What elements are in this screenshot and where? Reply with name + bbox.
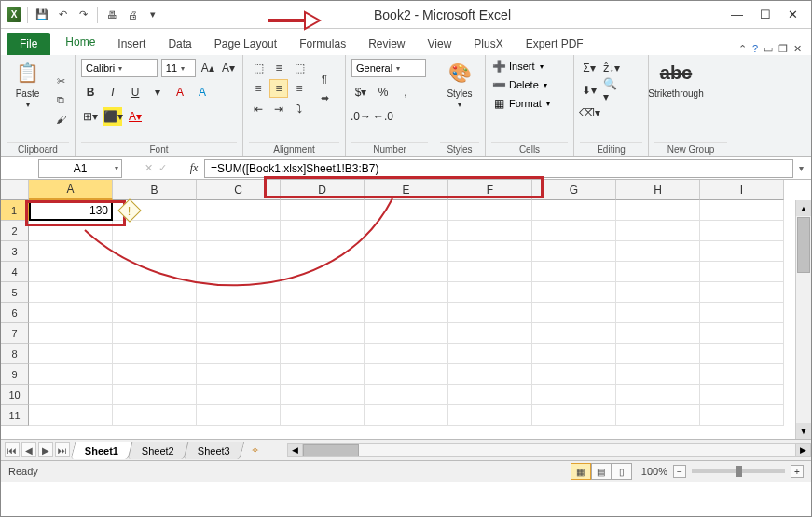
align-right-icon[interactable]: ≡: [290, 79, 309, 98]
align-bottom-icon[interactable]: ⬚: [290, 59, 309, 77]
cell-G8[interactable]: [532, 344, 616, 364]
formula-input[interactable]: =SUM([Book1.xlsx]Sheet1!B3:B7): [204, 159, 793, 178]
cell-G9[interactable]: [532, 364, 616, 385]
format-cells-button[interactable]: ▦Format▾: [491, 96, 550, 111]
zoom-slider[interactable]: [692, 469, 785, 473]
fill-color-button[interactable]: ⬛▾: [103, 107, 122, 126]
column-header-I[interactable]: I: [700, 180, 784, 200]
align-center-icon[interactable]: ≡: [269, 79, 288, 98]
accounting-format-icon[interactable]: $▾: [351, 83, 370, 102]
help-icon[interactable]: ?: [752, 43, 758, 55]
autosum-icon[interactable]: Σ▾: [580, 59, 599, 77]
vertical-scrollbar[interactable]: ▲ ▼: [795, 200, 811, 439]
row-header-5[interactable]: 5: [1, 282, 29, 303]
font-increase-icon[interactable]: A: [171, 83, 189, 102]
minimize-button[interactable]: —: [731, 7, 743, 21]
cell-C6[interactable]: [197, 303, 281, 323]
cell-B1[interactable]: [113, 200, 197, 221]
cell-A7[interactable]: [29, 323, 113, 344]
undo-icon[interactable]: ↶: [54, 7, 71, 23]
paste-button[interactable]: 📋 Paste ▾: [7, 59, 48, 142]
row-header-1[interactable]: 1: [1, 200, 29, 221]
cell-H1[interactable]: [616, 200, 700, 221]
scroll-left-icon[interactable]: ◀: [287, 443, 303, 457]
align-left-icon[interactable]: ≡: [249, 79, 268, 98]
zoom-level[interactable]: 100%: [641, 466, 667, 477]
font-size-combo[interactable]: 11▾: [161, 59, 196, 77]
bold-button[interactable]: B: [81, 83, 100, 102]
format-painter-icon[interactable]: 🖌: [52, 113, 69, 126]
cell-A8[interactable]: [29, 344, 113, 364]
save-icon[interactable]: 💾: [34, 7, 50, 23]
tab-insert[interactable]: Insert: [106, 33, 157, 55]
name-box[interactable]: A1▾: [38, 159, 122, 178]
qat-more-icon[interactable]: ▾: [145, 7, 161, 23]
increase-decimal-icon[interactable]: .0→: [351, 107, 370, 126]
ribbon-display-icon[interactable]: ▭: [764, 43, 773, 55]
page-layout-view-icon[interactable]: ▤: [591, 463, 612, 480]
cell-D4[interactable]: [281, 262, 365, 282]
row-header-8[interactable]: 8: [1, 344, 29, 364]
cell-C2[interactable]: [197, 221, 281, 241]
cell-D3[interactable]: [281, 241, 365, 262]
font-name-combo[interactable]: Calibri▾: [81, 59, 158, 77]
decrease-indent-icon[interactable]: ⇤: [249, 100, 268, 118]
merge-center-icon[interactable]: ⬌: [316, 91, 333, 104]
cell-B8[interactable]: [113, 344, 197, 364]
cell-E3[interactable]: [365, 241, 448, 262]
column-header-C[interactable]: C: [197, 180, 281, 200]
row-header-10[interactable]: 10: [1, 385, 29, 405]
horizontal-scrollbar[interactable]: ◀ ▶: [287, 443, 811, 457]
select-all-corner[interactable]: [1, 180, 29, 200]
cell-F8[interactable]: [448, 344, 532, 364]
cell-I5[interactable]: [700, 282, 784, 303]
cell-I1[interactable]: [700, 200, 784, 221]
cell-G5[interactable]: [532, 282, 616, 303]
expand-formula-bar-icon[interactable]: ▾: [799, 163, 804, 173]
scroll-up-icon[interactable]: ▲: [796, 200, 811, 216]
column-header-E[interactable]: E: [365, 180, 448, 200]
font-color-button[interactable]: A▾: [126, 107, 145, 126]
cell-E10[interactable]: [365, 385, 448, 405]
row-header-11[interactable]: 11: [1, 405, 29, 426]
cell-G4[interactable]: [532, 262, 616, 282]
align-top-icon[interactable]: ⬚: [249, 59, 268, 77]
cell-B10[interactable]: [113, 385, 197, 405]
number-format-combo[interactable]: General▾: [351, 59, 426, 77]
cell-B11[interactable]: [113, 405, 197, 426]
cell-B3[interactable]: [113, 241, 197, 262]
cell-C9[interactable]: [197, 364, 281, 385]
cell-H10[interactable]: [616, 385, 700, 405]
cell-H4[interactable]: [616, 262, 700, 282]
cell-E6[interactable]: [365, 303, 448, 323]
excel-icon[interactable]: X: [7, 7, 21, 22]
tab-page-layout[interactable]: Page Layout: [203, 33, 288, 55]
italic-button[interactable]: I: [103, 83, 122, 102]
sort-filter-icon[interactable]: ẑ↓▾: [602, 59, 621, 77]
shrink-font-icon[interactable]: A▾: [220, 59, 237, 77]
cell-A9[interactable]: [29, 364, 113, 385]
cell-E11[interactable]: [365, 405, 448, 426]
cell-G11[interactable]: [532, 405, 616, 426]
column-header-B[interactable]: B: [113, 180, 197, 200]
cell-D5[interactable]: [281, 282, 365, 303]
cell-G6[interactable]: [532, 303, 616, 323]
cell-A10[interactable]: [29, 385, 113, 405]
cell-F1[interactable]: [448, 200, 532, 221]
orientation-icon[interactable]: ⤵: [290, 100, 309, 118]
cell-E2[interactable]: [365, 221, 448, 241]
cell-D1[interactable]: [281, 200, 365, 221]
cell-I8[interactable]: [700, 344, 784, 364]
insert-cells-button[interactable]: ➕Insert▾: [491, 59, 550, 74]
cell-G1[interactable]: [532, 200, 616, 221]
cell-F7[interactable]: [448, 323, 532, 344]
cell-F9[interactable]: [448, 364, 532, 385]
font-expand-icon[interactable]: ▾: [148, 83, 167, 102]
cell-B5[interactable]: [113, 282, 197, 303]
tab-review[interactable]: Review: [357, 33, 416, 55]
last-sheet-icon[interactable]: ⏭: [55, 442, 70, 457]
copy-icon[interactable]: ⧉: [52, 94, 69, 107]
cell-F11[interactable]: [448, 405, 532, 426]
cell-D7[interactable]: [281, 323, 365, 344]
cell-F10[interactable]: [448, 385, 532, 405]
